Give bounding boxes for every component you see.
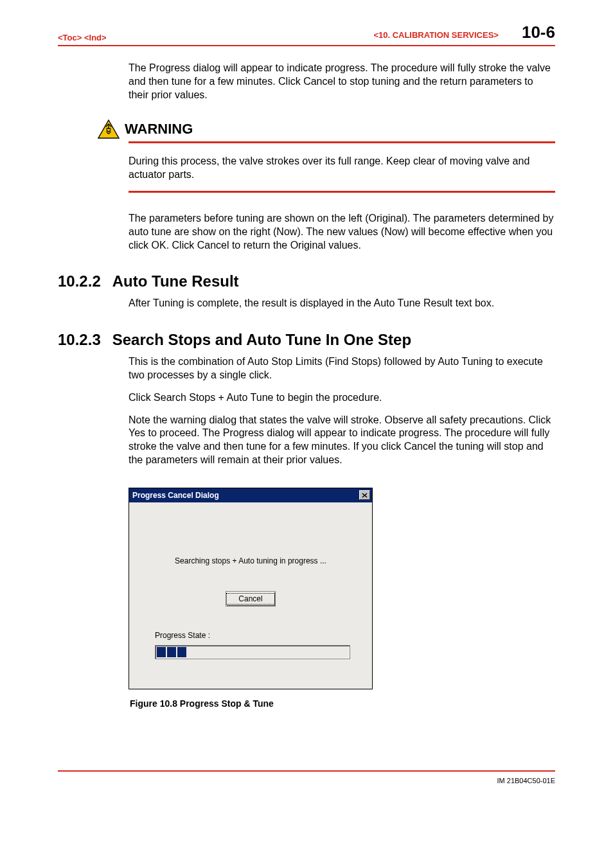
toc-link[interactable]: <Toc>: [58, 33, 82, 42]
section-label: <10. CALIBRATION SERVICES>: [373, 30, 499, 40]
section-number: 10.2.2: [58, 272, 101, 290]
warning-title: WARNING: [125, 121, 193, 137]
cancel-button-label: Cancel: [226, 593, 274, 605]
post-warning-paragraph: The parameters before tuning are shown o…: [129, 212, 555, 252]
svg-marker-0: [98, 120, 119, 138]
section-10-2-3-p2: Click Search Stops + Auto Tune to begin …: [129, 391, 555, 405]
document-id: IM 21B04C50-01E: [58, 777, 555, 784]
close-icon: [362, 493, 368, 498]
warning-rule-top: [129, 141, 555, 143]
progress-segment: [157, 647, 166, 657]
warning-rule-bottom: [129, 191, 555, 193]
progress-bar: [155, 645, 350, 659]
progress-state-label: Progress State :: [155, 631, 210, 640]
warning-icon: [98, 120, 120, 139]
intro-paragraph: The Progress dialog will appear to indic…: [129, 62, 555, 102]
section-10-2-3-p1: This is the combination of Auto Stop Lim…: [129, 355, 555, 382]
header-bar: <Toc> <Ind> <10. CALIBRATION SERVICES> 1…: [58, 23, 555, 42]
dialog-title: Progress Cancel Dialog: [132, 491, 219, 500]
section-10-2-3-p3: Note the warning dialog that states the …: [129, 414, 555, 467]
dialog-titlebar[interactable]: Progress Cancel Dialog: [129, 488, 372, 502]
footer-rule: [58, 770, 555, 772]
progress-segment: [167, 647, 176, 657]
page-content: <Toc> <Ind> <10. CALIBRATION SERVICES> 1…: [0, 0, 613, 709]
figure-caption: Figure 10.8 Progress Stop & Tune: [130, 698, 555, 709]
section-10-2-2-body: After Tuning is complete, the result is …: [129, 297, 555, 310]
warning-body: During this process, the valve strokes o…: [129, 155, 555, 182]
dialog-message: Searching stops + Auto tuning in progres…: [129, 556, 372, 565]
progress-dialog: Progress Cancel Dialog Searching stops +…: [129, 488, 373, 689]
warning-header: WARNING: [98, 120, 555, 139]
section-10-2-2-header: 10.2.2 Auto Tune Result: [58, 272, 555, 290]
page-footer: IM 21B04C50-01E: [58, 770, 555, 784]
section-title: Auto Tune Result: [112, 272, 239, 290]
ind-link[interactable]: <Ind>: [84, 33, 107, 42]
section-number: 10.2.3: [58, 331, 101, 349]
page-number: 10-6: [522, 22, 555, 42]
cancel-button[interactable]: Cancel: [226, 591, 276, 607]
header-rule: [58, 45, 555, 46]
section-title: Search Stops and Auto Tune In One Step: [112, 331, 411, 349]
close-button[interactable]: [359, 490, 370, 500]
dialog-body: Searching stops + Auto tuning in progres…: [129, 502, 372, 689]
progress-segment: [177, 647, 186, 657]
section-10-2-3-header: 10.2.3 Search Stops and Auto Tune In One…: [58, 331, 555, 349]
